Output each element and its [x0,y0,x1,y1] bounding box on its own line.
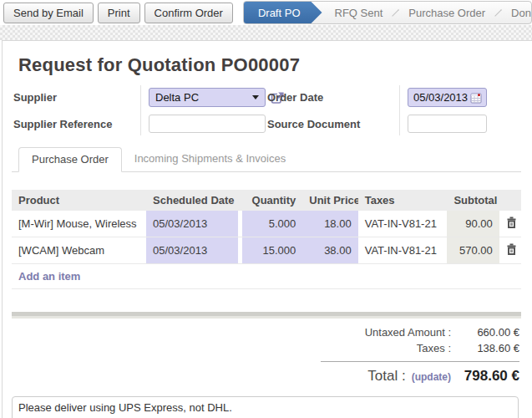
add-an-item-link[interactable]: Add an item [18,270,80,283]
untaxed-amount-label: Untaxed Amount : [365,326,451,339]
tab-purchase-order[interactable]: Purchase Order [18,147,122,172]
totals-divider [321,361,519,362]
cell-unit-price[interactable]: 38.00 [302,237,357,264]
cell-quantity[interactable]: 5.000 [242,211,302,237]
cell-scheduled-date[interactable]: 05/03/2013 [146,237,242,264]
status-step-purchase-order[interactable]: Purchase Order [393,2,501,23]
delete-row-button[interactable] [506,217,517,231]
supplier-label: Supplier [13,91,140,104]
left-field-group: Supplier Delta PC Supplier Reference [13,88,267,133]
toolbar: Send by Email Print Confirm Order Draft … [0,0,532,25]
source-document-label: Source Document [267,118,399,130]
supplier-value: Delta PC [155,91,252,104]
table-row: [M-Wir] Mouse, Wireless 05/03/2013 5.000… [12,211,521,237]
cell-subtotal: 90.00 [447,211,499,237]
print-button[interactable]: Print [98,3,140,23]
cell-product[interactable]: [M-Wir] Mouse, Wireless [12,211,146,237]
cell-unit-price[interactable]: 18.00 [302,211,357,237]
table-header-row: Product Scheduled Date Quantity Unit Pri… [12,190,521,211]
col-header-subtotal: Subtotal [447,190,499,211]
status-step-rfq-sent[interactable]: RFQ Sent [319,2,399,23]
page-title: Request for Quotation PO00007 [18,54,521,76]
supplier-reference-label: Supplier Reference [13,118,140,130]
order-date-input[interactable] [413,91,470,104]
section-separator [12,312,521,319]
cell-taxes[interactable]: VAT-IN-V81-21 [358,211,448,237]
source-document-input[interactable] [408,115,487,133]
statusbar: Draft PO RFQ Sent Purchase Order Done [243,1,532,24]
col-header-quantity: Quantity [242,190,302,211]
cell-product[interactable]: [WCAM] Webcam [12,237,146,264]
col-header-unit-price: Unit Price [302,190,357,211]
order-date-field[interactable] [408,88,487,107]
delete-row-button[interactable] [506,243,517,257]
cell-subtotal: 570.00 [447,237,499,264]
taxes-label: Taxes : [417,342,451,354]
add-item-row: Add an item [12,264,521,289]
send-by-email-button[interactable]: Send by Email [3,3,94,23]
calendar-icon[interactable] [470,92,482,104]
taxes-value: 138.60 € [451,342,519,354]
notes-textarea[interactable]: Please deliver using UPS Express, not DH… [12,396,519,418]
totals-block: Untaxed Amount : 660.00 € Taxes : 138.60… [321,326,519,385]
cell-scheduled-date[interactable]: 05/03/2013 [146,211,242,237]
total-value: 798.60 € [451,368,519,385]
title-text: Request for Quotation [18,54,215,75]
col-header-scheduled-date: Scheduled Date [146,190,242,211]
cell-taxes[interactable]: VAT-IN-V81-21 [358,237,448,264]
confirm-order-button[interactable]: Confirm Order [144,3,233,23]
supplier-select[interactable]: Delta PC [149,88,266,107]
status-step-draft-po[interactable]: Draft PO [244,2,322,23]
total-label: Total : [367,368,405,385]
po-number: PO00007 [221,54,300,75]
field-groups: Supplier Delta PC Supplier Reference [13,88,521,133]
right-field-group: Order Date [267,88,521,133]
col-header-actions [499,190,521,211]
table-row: [WCAM] Webcam 05/03/2013 15.000 38.00 VA… [12,237,521,264]
cell-quantity[interactable]: 15.000 [242,237,302,264]
col-header-taxes: Taxes [358,190,448,211]
notebook-tabs: Purchase Order Incoming Shipments & Invo… [12,147,521,172]
trash-icon [506,217,517,231]
col-header-product: Product [12,190,146,211]
supplier-reference-input[interactable] [149,115,266,133]
update-total-link[interactable]: (update) [412,371,451,383]
background-pattern-strip [0,25,532,40]
order-date-label: Order Date [267,91,399,104]
form-sheet: Request for Quotation PO00007 Supplier D… [2,40,532,418]
untaxed-amount-value: 660.00 € [451,326,519,339]
trash-icon [506,243,517,257]
tab-incoming-shipments-invoices[interactable]: Incoming Shipments & Invoices [122,147,298,171]
order-lines-table: Product Scheduled Date Quantity Unit Pri… [12,190,521,289]
status-step-done[interactable]: Done [495,2,532,23]
caret-down-icon [252,95,259,99]
